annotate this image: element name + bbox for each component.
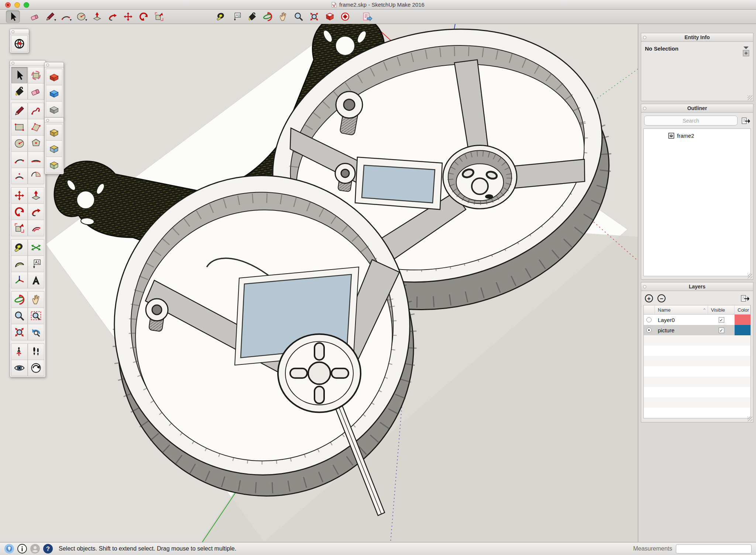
select-tool-button[interactable] (6, 10, 20, 23)
box-palette-titlebar[interactable] (45, 62, 63, 68)
globe-palette-button[interactable] (11, 35, 28, 52)
eraser-palette-button[interactable] (28, 83, 44, 100)
box-red-palette-button[interactable] (46, 69, 62, 85)
circle-tool-button[interactable]: ▾ (75, 10, 89, 23)
palette-close-icon[interactable] (46, 119, 49, 122)
arc-3pt-palette-button[interactable] (11, 168, 28, 184)
palette-close-icon[interactable] (46, 64, 49, 66)
large-palette-titlebar[interactable] (10, 61, 45, 66)
help-icon[interactable]: ? (43, 544, 53, 554)
layer-row-picture[interactable]: picture ✓ (644, 325, 750, 335)
follow-me-palette-button[interactable] (28, 203, 44, 220)
tape-measure-tool-button[interactable] (214, 10, 228, 23)
extension-warehouse-tool-button[interactable] (338, 10, 352, 23)
zoom-extents-tool-button[interactable] (307, 10, 321, 23)
zoom-window-button[interactable] (24, 2, 29, 8)
position-camera-palette-button[interactable] (11, 343, 28, 360)
tape-measure-palette-button[interactable] (11, 239, 28, 256)
make-component-palette-button[interactable] (28, 67, 44, 83)
rotate-tool-button[interactable] (137, 10, 151, 23)
add-layer-button[interactable]: + (645, 294, 653, 302)
solid-intersect-palette-button[interactable] (46, 140, 62, 157)
layer-color-swatch[interactable] (735, 315, 750, 325)
zoom-extents-palette-button[interactable] (11, 324, 28, 340)
paint-bucket-palette-button[interactable] (11, 83, 28, 100)
pie-palette-button[interactable] (28, 168, 44, 184)
pan-tool-button[interactable] (276, 10, 290, 23)
panel-collapse-icon[interactable] (643, 285, 646, 288)
dropdown-caret-icon[interactable]: ▾ (54, 18, 56, 22)
arc-2pt-palette-button[interactable] (28, 151, 44, 168)
text-palette-button[interactable]: A1 (28, 256, 44, 272)
3d-text-palette-button[interactable] (28, 272, 44, 288)
line-tool-button[interactable]: ▾ (44, 10, 58, 23)
turn-around-palette-button[interactable] (28, 360, 44, 376)
warehouse-3d-tool-button[interactable] (323, 10, 337, 23)
solid-palette-titlebar[interactable] (45, 118, 63, 123)
polygon-palette-button[interactable] (28, 135, 44, 152)
rotate-palette-button[interactable] (11, 203, 28, 220)
resize-grip[interactable] (748, 274, 752, 278)
freehand-palette-button[interactable] (28, 103, 44, 119)
palette-close-icon[interactable] (11, 62, 14, 65)
geolocation-icon[interactable] (4, 544, 14, 554)
zoom-window-palette-button[interactable] (28, 308, 44, 324)
sign-in-icon[interactable] (30, 544, 40, 554)
box-gray-palette-button[interactable] (46, 101, 62, 118)
outliner-header[interactable]: Outliner (641, 104, 753, 113)
mini-palette-titlebar[interactable] (10, 29, 29, 34)
paint-bucket-tool-button[interactable] (245, 10, 259, 23)
dimension-palette-button[interactable] (28, 239, 44, 256)
layer-color-swatch[interactable] (735, 325, 750, 335)
zoom-tool-button[interactable] (292, 10, 306, 23)
send-to-layout-tool-button[interactable] (360, 10, 374, 23)
dropdown-caret-icon[interactable]: ▾ (70, 18, 72, 22)
select-palette-button[interactable] (11, 67, 28, 83)
rectangle-palette-button[interactable] (11, 119, 28, 136)
protractor-palette-button[interactable] (11, 256, 28, 272)
layer-visible-checkbox[interactable]: ✓ (719, 328, 724, 333)
orbit-palette-button[interactable] (11, 291, 28, 308)
axes-palette-button[interactable] (11, 272, 28, 288)
push-pull-palette-button[interactable] (28, 187, 44, 204)
close-button[interactable] (5, 2, 11, 8)
panel-collapse-icon[interactable] (643, 36, 646, 39)
measurements-input[interactable] (676, 544, 752, 554)
layer-row-Layer0[interactable]: Layer0 ✓ (644, 315, 750, 325)
move-tool-button[interactable] (121, 10, 135, 23)
scale-tool-button[interactable] (152, 10, 166, 23)
line-palette-button[interactable] (11, 103, 28, 119)
solid-outer-shell-palette-button[interactable] (46, 124, 62, 141)
arc-palette-button[interactable] (11, 151, 28, 168)
layer-visible-checkbox[interactable]: ✓ (719, 317, 724, 323)
entity-info-details-button[interactable] (742, 45, 750, 57)
scale-palette-button[interactable] (11, 220, 28, 236)
circle-palette-button[interactable] (11, 135, 28, 152)
dropdown-caret-icon[interactable]: ▾ (85, 18, 87, 22)
outliner-details-button[interactable] (740, 116, 751, 125)
previous-palette-button[interactable] (28, 324, 44, 340)
move-palette-button[interactable] (11, 187, 28, 204)
outliner-item[interactable]: frame2 (644, 129, 750, 139)
look-around-palette-button[interactable] (11, 360, 28, 376)
panel-collapse-icon[interactable] (643, 107, 646, 110)
layers-header[interactable]: Layers (641, 282, 753, 291)
outliner-search-input[interactable] (644, 116, 738, 126)
outliner-list[interactable]: frame2 (643, 129, 751, 276)
arc-tool-button[interactable]: ▾ (59, 10, 73, 23)
credits-icon[interactable] (17, 544, 27, 554)
walk-palette-button[interactable] (28, 343, 44, 360)
box-blue-palette-button[interactable] (46, 85, 62, 102)
viewport[interactable] (0, 24, 638, 542)
current-layer-radio[interactable] (646, 317, 652, 322)
zoom-palette-button[interactable] (11, 308, 28, 324)
text-tool-button[interactable]: A1 (230, 10, 244, 23)
eraser-tool-button[interactable] (28, 10, 42, 23)
push-pull-tool-button[interactable] (90, 10, 104, 23)
resize-grip[interactable] (748, 95, 752, 100)
current-layer-radio[interactable] (646, 328, 652, 333)
layers-details-button[interactable] (740, 294, 750, 303)
palette-close-icon[interactable] (11, 30, 14, 33)
resize-grip[interactable] (748, 417, 752, 421)
layers-table-header[interactable]: Name^ Visible Color (644, 305, 750, 315)
